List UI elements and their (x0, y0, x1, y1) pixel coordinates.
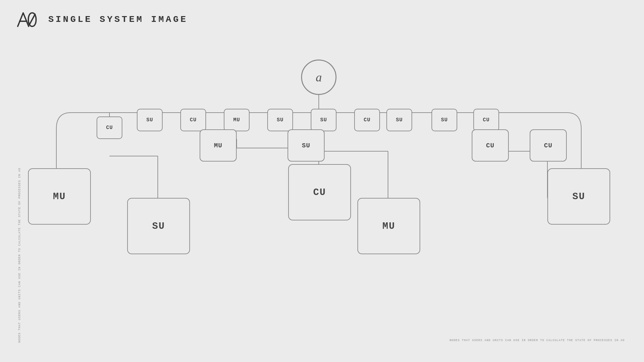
root-node: a (301, 60, 336, 95)
footer-right-text: NODES THAT USERS AND UNITS CAN USE IN OR… (450, 338, 625, 343)
node-su-left-small: SU (137, 109, 163, 131)
node-cu-center-large: CU (288, 164, 351, 220)
node-cu-right-of-center: CU (472, 129, 509, 162)
root-label: a (316, 70, 322, 84)
node-cu-mid4-small: CU (354, 109, 380, 131)
footer-left-text: NODES THAT USERS AND UNITS CAN USE IN OR… (18, 168, 22, 343)
node-cu-left-small: CU (97, 116, 122, 139)
page-title: SINGLE SYSTEM IMAGE (48, 14, 188, 24)
node-su-left-large: SU (127, 198, 190, 254)
node-su-right1-small: SU (431, 109, 457, 131)
node-cu-mid1-small: CU (180, 109, 206, 131)
node-su-mid1-small: SU (267, 109, 293, 131)
node-mu-left-large: MU (28, 168, 91, 225)
node-mu-mid-md: MU (200, 129, 237, 162)
node-cu-right-md: CU (530, 129, 567, 162)
node-cu-right2-small: CU (473, 109, 499, 131)
node-mu-mid3-small: SU (311, 109, 336, 131)
node-mu-right-large: MU (357, 198, 420, 254)
node-su-right-large: SU (547, 168, 610, 225)
diagram: a CU SU CU MU SU SU CU SU SU CU MU (0, 26, 644, 341)
node-su-mid4-small: SU (386, 109, 412, 131)
node-mu-mid2-small: MU (224, 109, 250, 131)
node-su-mid3-md: SU (288, 129, 325, 162)
